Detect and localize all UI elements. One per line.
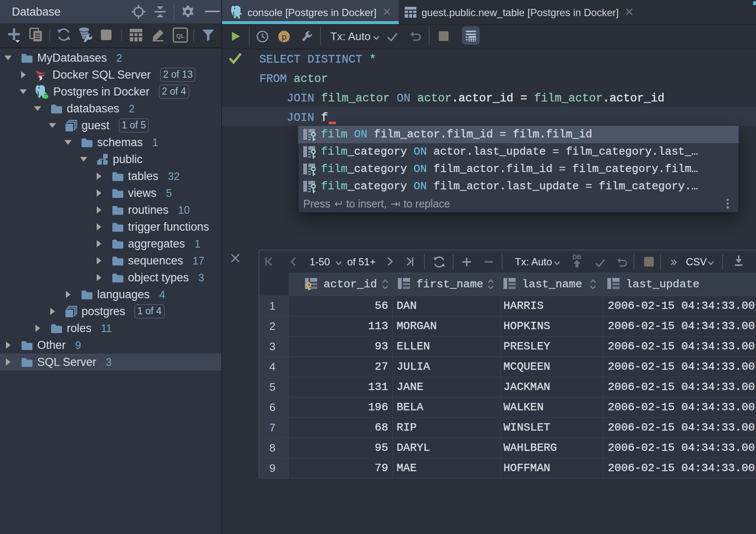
svg-text:QL: QL [176, 33, 185, 39]
svg-text:DB: DB [572, 253, 582, 260]
svg-text:p: p [282, 32, 286, 41]
